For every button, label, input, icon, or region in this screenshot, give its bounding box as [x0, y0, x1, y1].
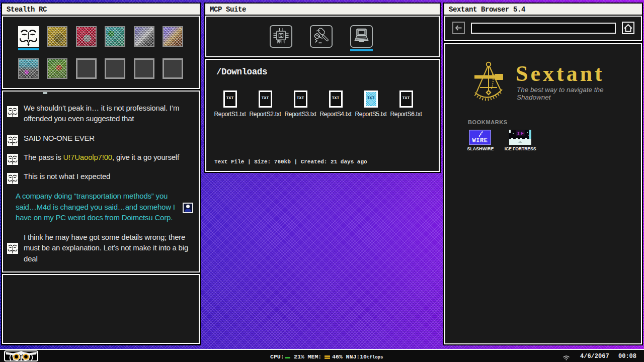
svg-text:IF: IF [517, 131, 524, 137]
svg-text:WIRE: WIRE [472, 137, 488, 144]
